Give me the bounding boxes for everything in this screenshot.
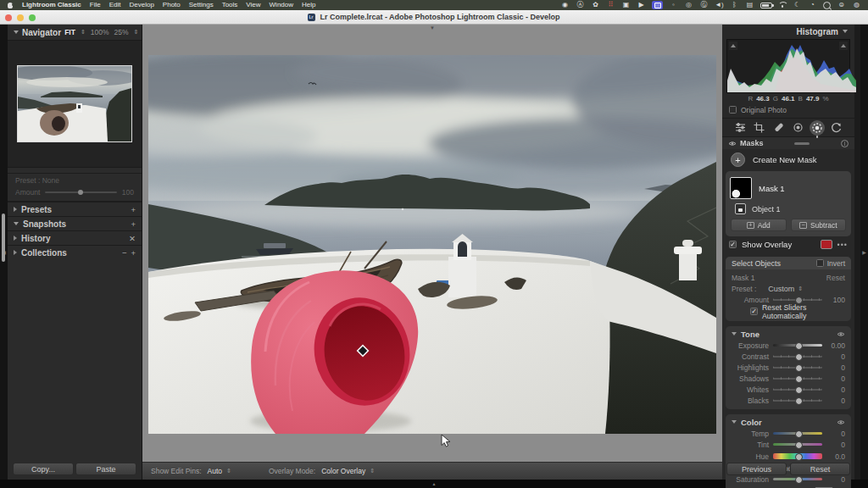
navigator-zoom-ratio[interactable]: 25% <box>114 28 129 36</box>
sidebar-section-history[interactable]: History ✕ <box>8 230 142 245</box>
saturation-slider[interactable] <box>773 478 822 480</box>
menu-view[interactable]: View <box>246 0 260 10</box>
apple-menu-icon[interactable] <box>7 2 14 8</box>
highlights-slider[interactable] <box>773 366 822 369</box>
add-snapshot-button[interactable]: + <box>131 219 136 229</box>
remove-collection-button[interactable]: − <box>122 248 127 258</box>
bluetooth-icon[interactable]: ᛒ <box>730 1 739 9</box>
right-panel-scrollbar[interactable] <box>854 25 860 480</box>
add-to-mask-button[interactable]: + Add <box>731 219 787 231</box>
panel-drag-handle[interactable] <box>767 142 837 145</box>
status-ink-icon[interactable]: ◦ <box>669 1 678 9</box>
eye-icon[interactable] <box>837 419 845 425</box>
add-preset-button[interactable]: + <box>131 205 136 214</box>
menu-help[interactable]: Help <box>302 0 315 10</box>
search-icon[interactable] <box>823 2 831 9</box>
up-down-chevrons-icon[interactable]: ⇕ <box>798 286 803 292</box>
mask-thumbnail[interactable] <box>730 177 752 199</box>
contrast-slider[interactable] <box>773 355 822 358</box>
color-header[interactable]: Color <box>732 416 845 428</box>
red-eye-icon[interactable] <box>790 120 805 136</box>
keyboard-icon[interactable]: ▤ <box>745 1 754 9</box>
shadows-slider[interactable] <box>773 377 822 380</box>
menu-app-name[interactable]: Lightroom Classic <box>22 0 81 10</box>
subtract-from-mask-button[interactable]: − Subtract <box>791 219 847 231</box>
edit-sliders-icon[interactable] <box>732 120 748 136</box>
show-overlay-checkbox[interactable] <box>729 241 737 248</box>
navigator-preview[interactable] <box>8 40 142 168</box>
menu-file[interactable]: File <box>90 0 101 10</box>
original-photo-checkbox[interactable] <box>729 106 737 114</box>
navigator-fit[interactable]: FIT <box>64 28 75 36</box>
eye-icon[interactable] <box>728 141 737 147</box>
status-app-icon[interactable]: Ⓐ <box>576 1 585 9</box>
status-app-icon[interactable]: ◉ <box>560 1 570 9</box>
mask-amount-slider[interactable] <box>773 298 822 301</box>
collapse-down-icon[interactable]: ▼ <box>430 25 435 30</box>
menu-tools[interactable]: Tools <box>222 0 238 10</box>
menu-develop[interactable]: Develop <box>129 0 153 10</box>
close-window-button[interactable] <box>5 14 12 21</box>
mask-component-item[interactable]: Object 1 <box>730 201 847 217</box>
show-edit-pins-select[interactable]: Auto <box>208 467 223 475</box>
tone-header[interactable]: Tone <box>732 328 845 340</box>
status-app-icon[interactable]: ✿ <box>591 1 600 9</box>
reset-button[interactable]: Reset <box>790 463 850 475</box>
reset-sliders-checkbox[interactable] <box>750 308 758 315</box>
menu-window[interactable]: Window <box>270 0 293 10</box>
wifi-icon[interactable] <box>778 2 787 8</box>
menu-photo[interactable]: Photo <box>163 0 181 10</box>
sync-icon[interactable] <box>829 120 844 136</box>
up-down-chevrons-icon[interactable]: ⇕ <box>226 468 231 474</box>
status-app-icon[interactable]: ⠿ <box>606 1 615 9</box>
hue-slider[interactable] <box>773 453 822 459</box>
crop-icon[interactable] <box>752 120 767 136</box>
sidebar-section-collections[interactable]: Collections − + <box>8 245 142 259</box>
status-tv-icon[interactable]: ▣ <box>621 1 631 9</box>
original-photo-row[interactable]: Original Photo <box>722 104 854 115</box>
zoom-window-button[interactable] <box>29 14 36 21</box>
up-down-chevrons-icon[interactable]: ⇕ <box>81 29 86 36</box>
previous-button[interactable]: Previous <box>726 463 787 475</box>
status-app-icon[interactable]: ◎ <box>684 1 693 9</box>
menu-settings[interactable]: Settings <box>189 0 214 10</box>
do-not-disturb-icon[interactable]: ☾ <box>793 1 802 9</box>
tint-slider[interactable] <box>773 443 822 446</box>
eye-icon[interactable] <box>837 331 845 337</box>
status-play-icon[interactable]: ▶ <box>637 1 646 9</box>
up-down-chevrons-icon[interactable]: ⇕ <box>370 468 375 474</box>
develop-canvas[interactable]: ▼ <box>142 25 722 462</box>
navigator-thumbnail[interactable] <box>17 65 132 142</box>
masks-panel-header[interactable]: Masks i <box>722 136 854 149</box>
paste-button[interactable]: Paste <box>75 463 136 475</box>
copy-button[interactable]: Copy... <box>13 463 74 475</box>
sidebar-section-presets[interactable]: Presets + <box>8 202 142 216</box>
photo-santorini[interactable] <box>148 55 716 434</box>
healing-icon[interactable] <box>771 120 787 136</box>
menu-edit[interactable]: Edit <box>109 0 121 10</box>
time-machine-icon[interactable]: ◔ <box>808 1 817 9</box>
volume-icon[interactable]: ◄) <box>715 1 724 9</box>
battery-icon[interactable] <box>760 3 772 8</box>
masking-icon[interactable] <box>810 120 825 136</box>
siri-icon[interactable]: ◍ <box>852 1 861 9</box>
histogram-header[interactable]: Histogram <box>722 25 854 38</box>
add-collection-button[interactable]: + <box>131 248 136 258</box>
status-app-icon[interactable]: Ⓖ <box>699 1 709 9</box>
overlay-mode-select[interactable]: Color Overlay <box>321 467 365 475</box>
navigator-zoom-100[interactable]: 100% <box>91 28 109 36</box>
plus-icon[interactable]: + <box>731 152 745 167</box>
mask-item[interactable]: Mask 1 <box>730 175 847 201</box>
overlay-color-swatch[interactable] <box>821 240 832 249</box>
up-down-chevrons-icon[interactable]: ⇕ <box>134 29 139 36</box>
reset-mask-button[interactable]: Reset <box>826 274 845 282</box>
control-center-icon[interactable]: ⊜ <box>837 1 846 9</box>
status-window-manager-icon[interactable] <box>652 1 663 9</box>
sidebar-section-snapshots[interactable]: Snapshots + <box>8 216 142 230</box>
exposure-slider[interactable] <box>773 344 822 347</box>
right-panel-collapse-strip[interactable]: ▶ <box>860 25 868 480</box>
overlay-options-icon[interactable]: ••• <box>837 241 848 249</box>
whites-slider[interactable] <box>773 388 822 391</box>
invert-checkbox[interactable] <box>816 259 824 267</box>
amount-slider[interactable] <box>45 191 117 193</box>
